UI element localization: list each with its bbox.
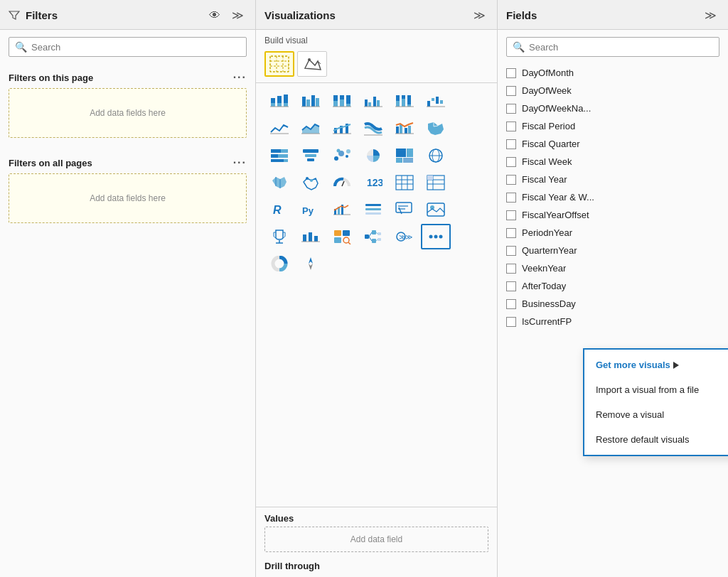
viz-expand-icon[interactable]: ≫ [471,7,488,23]
field-checkbox-fiscalyear[interactable] [506,175,516,185]
filters-search-input[interactable] [31,42,240,53]
line-chart-icon[interactable] [264,116,294,141]
bar-line-combo-icon[interactable] [390,116,419,141]
pie-chart-icon[interactable] [358,143,388,168]
list-item[interactable]: Fiscal Period [498,117,728,135]
list-item[interactable]: DayOfMonth [498,64,728,82]
shape-map-svg [302,55,322,72]
list-item[interactable]: Fiscal Year [498,171,728,188]
shape-map2-icon[interactable] [264,170,294,195]
filters-on-page-label: Filters on this page ··· [0,64,255,88]
viz-values-dropzone[interactable]: Add data field [264,527,488,552]
get-more-visuals-item[interactable]: Get more visuals [584,352,728,377]
field-label: Fiscal Year & W... [522,192,594,203]
treemap-chart-icon[interactable] [390,143,419,168]
field-checkbox-quarternYear[interactable] [506,246,516,256]
eye-icon[interactable]: 👁 [206,8,223,23]
expand-icon[interactable]: ≫ [229,7,247,23]
list-item[interactable]: AfterToday [498,277,728,295]
svg-rect-22 [346,95,350,104]
donut-chart-icon[interactable] [264,251,294,276]
trophy-icon[interactable] [264,224,294,249]
area-chart-icon[interactable] [296,116,326,141]
arrows-viz-icon[interactable]: ≫≫ [390,224,419,249]
fields-search-input[interactable] [529,42,713,53]
svg-rect-39 [436,97,439,104]
kpi-icon[interactable] [327,197,357,222]
list-item[interactable]: Fiscal Year & W... [498,188,728,206]
svg-rect-109 [309,232,312,242]
fields-expand-icon[interactable]: ≫ [702,7,719,23]
filters-all-pages-dropzone[interactable]: Add data fields here [9,173,247,223]
field-checkbox-fiscalyearoffset[interactable] [506,210,516,220]
svg-rect-73 [403,158,413,163]
filters-on-page-dropzone[interactable]: Add data fields here [9,88,247,138]
slicer-icon[interactable] [358,197,388,222]
list-item[interactable]: Fiscal Week [498,153,728,171]
gauge-chart-icon[interactable] [327,170,357,195]
compass-viz-icon[interactable] [296,251,326,276]
waterfall-chart-icon[interactable] [421,89,451,114]
scatter-chart-icon[interactable] [327,143,357,168]
matrix-viz-icon[interactable] [421,170,451,195]
filled-map-icon[interactable] [421,116,451,141]
remove-visual-item[interactable]: Remove a visual [584,402,728,427]
bar-with-line-icon[interactable] [296,224,326,249]
filters-header-left: Filters [9,9,58,21]
import-visual-item[interactable]: Import a visual from a file [584,377,728,402]
card-number-icon[interactable]: 123 [358,170,388,195]
list-item[interactable]: VeeknYear [498,259,728,277]
clustered-column-icon[interactable] [358,89,388,114]
custom-visual-icon[interactable] [327,224,357,249]
py-script-icon[interactable]: Py [296,197,326,222]
svg-rect-51 [400,124,402,134]
image-viz-icon[interactable] [421,197,451,222]
shape-map-icon[interactable] [297,51,327,77]
table-type-icon[interactable] [264,51,294,77]
viz-title: Visualizations [264,9,336,21]
globe-icon[interactable] [421,143,451,168]
line-stacked-icon[interactable] [327,116,357,141]
stacked-column-100-icon[interactable] [390,89,419,114]
field-checkbox-fiscalperiod[interactable] [506,122,516,131]
field-label: Fiscal Week [522,156,572,167]
clustered-bar-chart-icon[interactable] [296,89,326,114]
stacked-bar-small-icon[interactable] [264,143,294,168]
field-checkbox-fiscalquarter[interactable] [506,139,516,149]
list-item[interactable]: PeriodnYear [498,224,728,242]
field-checkbox-dayofmonth[interactable] [506,68,516,78]
svg-point-68 [346,149,350,153]
list-item[interactable]: DayOfWeek [498,82,728,99]
svg-text:Py: Py [302,205,314,216]
field-checkbox-aftertoday[interactable] [506,281,516,291]
funnel-chart-icon[interactable] [296,143,326,168]
more-visuals-icon[interactable] [421,224,451,249]
field-checkbox-periodnYear[interactable] [506,228,516,238]
r-script-icon[interactable]: R [264,197,294,222]
field-checkbox-fiscalyearw[interactable] [506,193,516,203]
decomp-tree-icon[interactable] [358,224,388,249]
filters-search-icon: 🔍 [15,41,27,53]
field-checkbox-weeknYear[interactable] [506,264,516,274]
text-box-icon[interactable] [390,197,419,222]
list-item[interactable]: DayOfWeekNa... [498,99,728,117]
field-checkbox-iscurrentfp[interactable] [506,317,516,327]
table-viz-icon[interactable] [390,170,419,195]
list-item[interactable]: FiscalYearOffset [498,206,728,224]
ribbon-chart-icon[interactable] [358,116,388,141]
list-item[interactable]: IsCurrentFP [498,313,728,330]
svg-rect-110 [314,236,318,242]
field-checkbox-businessday[interactable] [506,299,516,309]
field-checkbox-fiscalweek[interactable] [506,157,516,167]
list-item[interactable]: BusinessDay [498,295,728,313]
list-item[interactable]: QuarternYear [498,242,728,259]
list-item[interactable]: Fiscal Quarter [498,135,728,153]
stacked-bar-100-icon[interactable] [327,89,357,114]
filters-all-pages-ellipsis[interactable]: ··· [233,156,247,169]
filters-on-page-ellipsis[interactable]: ··· [233,71,247,84]
field-checkbox-dayofweek[interactable] [506,86,516,96]
field-checkbox-dayofweekna[interactable] [506,104,516,114]
restore-defaults-item[interactable]: Restore default visuals [584,427,728,452]
stacked-bar-chart-icon[interactable] [264,89,294,114]
shape-map3-icon[interactable] [296,170,326,195]
